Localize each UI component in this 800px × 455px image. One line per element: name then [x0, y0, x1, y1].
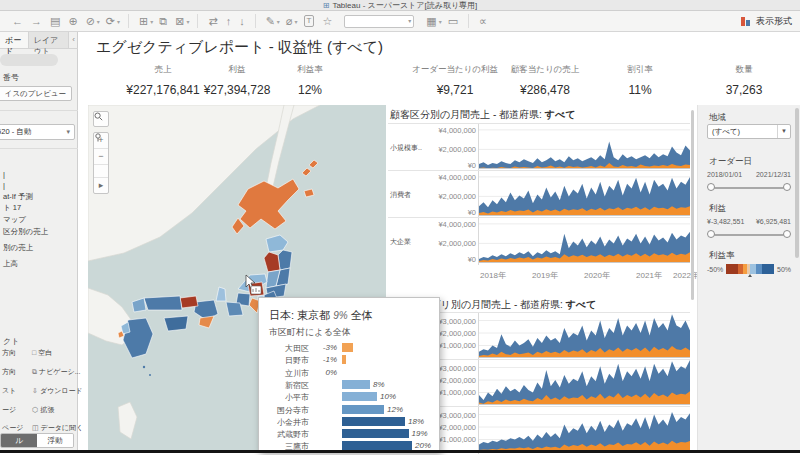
presentation-mode-icon[interactable]: ▭ — [448, 12, 458, 30]
slider-handle-right[interactable] — [783, 230, 791, 238]
pin-button[interactable] — [94, 165, 108, 178]
slider-handle-right[interactable] — [783, 183, 791, 191]
x-axis-tick: 2018年 — [480, 270, 506, 281]
share-icon[interactable]: ∝ — [479, 12, 487, 30]
area-plot — [478, 407, 690, 454]
layout-mode-toggle: ル 浮動 — [0, 433, 74, 448]
dashboard-scrollbar[interactable] — [691, 110, 694, 300]
object-item[interactable]: □空白 — [32, 348, 52, 358]
x-axis-tick: 2019年 — [532, 270, 558, 281]
area-plot — [478, 360, 690, 407]
kpi-3: オーダー当たりの利益¥9,721 — [412, 64, 498, 97]
x-axis-tick: 2022年 — [673, 270, 699, 281]
slider-handle-left[interactable] — [707, 183, 715, 191]
sort-descending-icon[interactable]: ↓ — [239, 12, 245, 30]
device-preview-button[interactable]: イスのプレビュー — [0, 86, 72, 101]
tiled-button[interactable]: ル — [1, 434, 37, 447]
back-icon[interactable]: ← — [12, 12, 23, 30]
tab-dashboard[interactable]: ボード — [0, 32, 29, 48]
chevron-down-icon[interactable]: ▾ — [439, 18, 442, 25]
chevron-down-icon[interactable]: ▾ — [277, 18, 280, 25]
dashboard-title: エグゼクティブレポート - 収益性 (すべて) — [96, 38, 383, 57]
profit-slider[interactable] — [707, 230, 791, 239]
tooltip-title: 日本: 東京都 9% 全体 — [269, 308, 373, 323]
sheet-list-item[interactable]: ト 17 — [3, 203, 21, 213]
sheet-list-item[interactable]: at-If 予測 — [3, 192, 33, 202]
refresh-datasource-icon[interactable]: ⟳ — [106, 12, 115, 30]
pause-updates-icon[interactable]: ⊘ — [86, 12, 95, 30]
kpi-label: 売上 — [126, 64, 199, 76]
window-title: Tableau - スーパーストア[読み取り専用] — [332, 1, 477, 10]
toolbar: ←→▤⊕⊘▾⟳▾⊞▾⧉⊠▾⇄↑↓✎▾⌀▾T☆▦▾▭∝ 表示形式 — [0, 11, 800, 32]
selected-item-highlight — [0, 54, 58, 66]
area-plot — [478, 218, 690, 265]
new-datasource-icon[interactable]: ⊕ — [68, 12, 77, 30]
sheet-list-item[interactable]: マップ — [3, 215, 26, 225]
tooltip-bar-row: 小平市10% — [259, 391, 441, 403]
clear-sheet-icon[interactable]: ⊠ — [175, 12, 184, 30]
toolbar-separator — [197, 14, 198, 28]
swap-axes-icon[interactable]: ⇄ — [208, 12, 217, 30]
sheet-list-item[interactable]: 区分別の売上 — [3, 227, 48, 237]
annotation-icon[interactable]: ⌀ — [286, 12, 293, 30]
sheet-list-item[interactable]: 別の売上 — [3, 243, 33, 253]
sheet-list-item[interactable]: 上高 — [3, 259, 18, 269]
dashboard-pane: ボード レイアウト ‹ 番号 イスのプレビュー 00x620 - 自動 ▾ ||… — [0, 32, 78, 450]
object-item[interactable]: 方向 — [2, 367, 16, 377]
text-box-icon[interactable]: T — [304, 15, 315, 27]
chevron-down-icon[interactable]: ▾ — [295, 18, 298, 25]
chevron-down-icon[interactable]: ▾ — [150, 18, 153, 25]
duplicate-sheet-icon[interactable]: ⧉ — [159, 12, 167, 30]
map-tools-expand-button[interactable]: ▸ — [94, 178, 108, 193]
chevron-down-icon[interactable]: ▾ — [97, 18, 100, 25]
object-item[interactable]: スト — [2, 386, 16, 396]
size-dropdown[interactable]: 00x620 - 自動 ▾ — [0, 124, 75, 140]
save-icon[interactable]: ▤ — [50, 12, 60, 30]
tooltip-bar-pct: 12% — [387, 405, 403, 414]
chart-row[interactable]: 小規模事..¥4,000,000¥2,000,000¥0 — [388, 123, 690, 170]
highlight-icon[interactable]: ✎ — [266, 12, 275, 30]
object-item[interactable]: ージ — [2, 405, 16, 415]
object-item[interactable]: ⬡拡張 — [32, 405, 54, 415]
tab-layout[interactable]: レイアウト — [29, 32, 70, 48]
object-item[interactable]: ⇩ダウンロード — [32, 386, 83, 396]
ratio-max-label: 50% — [777, 266, 791, 273]
show-me-icon — [741, 16, 752, 26]
y-axis-tick: ¥2,000,000 — [424, 145, 476, 154]
device-label: 番号 — [3, 72, 19, 83]
object-item[interactable]: 方向 — [2, 348, 16, 358]
order-date-slider[interactable] — [707, 183, 791, 192]
object-item[interactable]: ⧉ナビゲーシ... — [32, 367, 81, 377]
tooltip-bar-row: 小金井市18% — [259, 416, 441, 428]
y-axis-tick: ¥4,000,000 — [424, 126, 476, 135]
chart-row[interactable]: 大企業¥4,000,000¥2,000,000¥0 — [388, 217, 690, 264]
object-item[interactable]: ◫データに聞く — [32, 423, 83, 433]
tooltip-bar — [342, 380, 370, 389]
object-item[interactable]: ページ — [2, 423, 23, 433]
collapse-pane-icon[interactable]: ‹ — [69, 32, 78, 48]
tooltip-subtitle: 市区町村による全体 — [269, 326, 351, 339]
fit-selector-icon[interactable]: ▦ — [426, 12, 436, 30]
sheet-list-item[interactable]: | — [3, 170, 5, 179]
toolbar-combo-box[interactable] — [344, 15, 414, 28]
map-zoom-controls: + − ▸ — [93, 132, 109, 194]
kpi-label: 数量 — [726, 64, 763, 76]
sort-ascending-icon[interactable]: ↑ — [226, 12, 232, 30]
star-icon[interactable]: ☆ — [322, 12, 332, 30]
tooltip-bar-label: 新宿区 — [259, 380, 309, 391]
profit-ratio-color-legend[interactable]: -50% 50% — [707, 263, 791, 275]
show-me-button[interactable]: 表示形式 — [741, 15, 792, 28]
map-search-button[interactable] — [93, 111, 109, 127]
chevron-down-icon[interactable]: ▾ — [117, 18, 120, 25]
floating-button[interactable]: 浮動 — [37, 434, 73, 447]
slider-handle-left[interactable] — [707, 230, 715, 238]
forward-icon[interactable]: → — [31, 12, 42, 30]
chart-row[interactable]: 消費者¥4,000,000¥2,000,000¥0 — [388, 170, 690, 217]
order-date-min: 2018/01/01 — [707, 171, 742, 178]
sheet-list-item[interactable]: | — [3, 181, 5, 190]
panel-scrollbar[interactable] — [795, 108, 799, 258]
new-worksheet-icon[interactable]: ⊞ — [139, 12, 148, 30]
zoom-out-button[interactable]: − — [94, 149, 108, 165]
region-filter-dropdown[interactable]: (すべて) ▼ — [707, 124, 791, 139]
chevron-down-icon[interactable]: ▾ — [186, 18, 189, 25]
